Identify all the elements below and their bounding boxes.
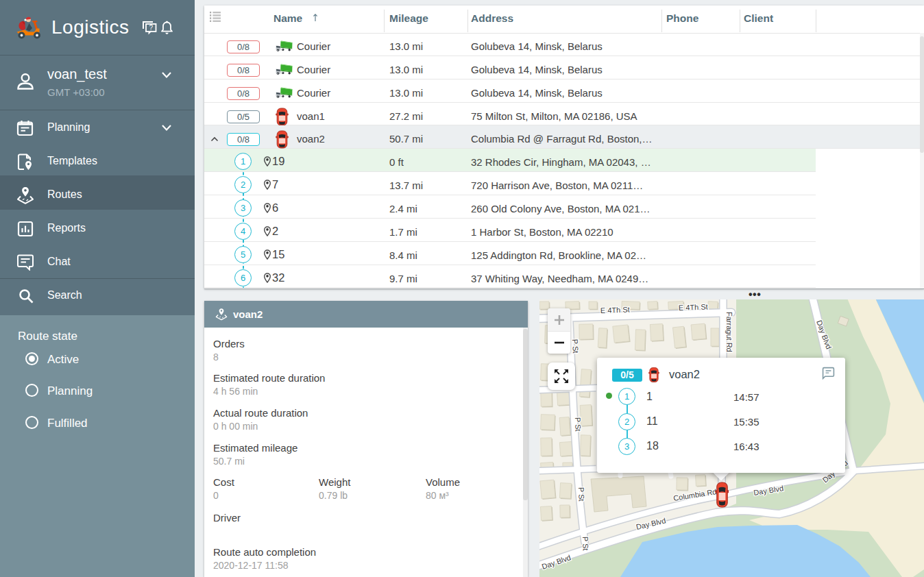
- svg-text:P St: P St: [574, 417, 583, 432]
- svg-text:P St: P St: [581, 537, 590, 551]
- svg-text:E 4Th St: E 4Th St: [679, 303, 708, 312]
- svg-text:P St: P St: [577, 487, 586, 502]
- svg-text:E 4Th St: E 4Th St: [600, 306, 630, 315]
- svg-text:Farragut Rd: Farragut Rd: [725, 312, 733, 352]
- svg-text:?: ?: [149, 24, 154, 32]
- svg-text:P St: P St: [571, 339, 580, 353]
